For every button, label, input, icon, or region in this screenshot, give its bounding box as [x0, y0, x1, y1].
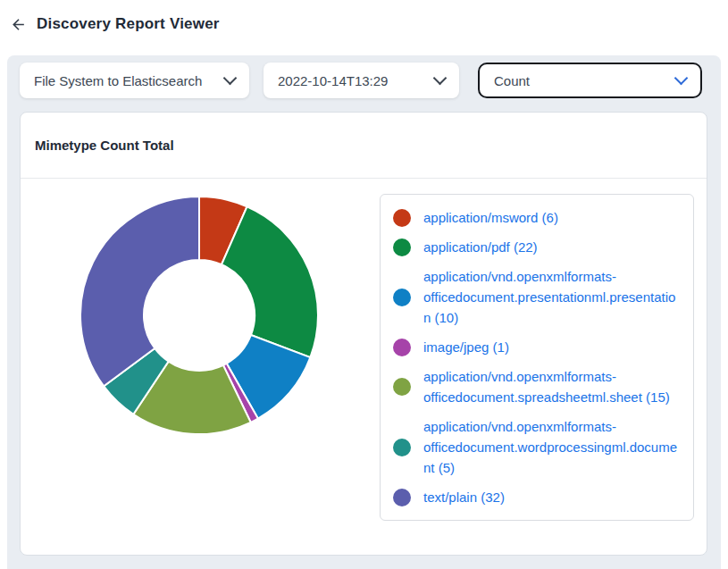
page-title: Discovery Report Viewer [37, 15, 220, 33]
legend-item[interactable]: application/pdf (22) [381, 232, 693, 262]
timestamp-select-value: 2022-10-14T13:29 [278, 73, 424, 88]
mimetype-count-card: Mimetype Count Total application/msword … [20, 112, 707, 556]
topbar: Discovery Report Viewer [0, 0, 728, 36]
filter-row: File System to Elasticsearch 2022-10-14T… [7, 55, 721, 98]
chevron-down-icon [223, 71, 238, 86]
legend-item[interactable]: application/msword (6) [381, 203, 693, 232]
discovery-report-viewer-page: Discovery Report Viewer File System to E… [0, 0, 728, 569]
legend-label: text/plain (32) [423, 487, 505, 507]
metric-select-value: Count [494, 73, 665, 88]
legend-item[interactable]: application/vnd.openxmlformats-officedoc… [381, 362, 693, 412]
legend-label: image/jpeg (1) [423, 337, 509, 357]
legend-color-dot [393, 489, 411, 506]
report-panel: File System to Elasticsearch 2022-10-14T… [7, 55, 721, 569]
donut-chart[interactable] [78, 194, 321, 437]
metric-select[interactable]: Count [478, 63, 702, 98]
chart-legend: application/msword (6)application/pdf (2… [380, 194, 694, 521]
pipeline-select[interactable]: File System to Elasticsearch [20, 63, 249, 98]
legend-color-dot [393, 209, 411, 227]
card-header: Mimetype Count Total [21, 113, 707, 179]
legend-label: application/vnd.openxmlformats-officedoc… [423, 366, 681, 407]
card-title: Mimetype Count Total [35, 138, 174, 153]
donut-slice[interactable] [80, 197, 199, 386]
legend-color-dot [393, 289, 411, 306]
pipeline-select-value: File System to Elasticsearch [34, 73, 214, 88]
back-icon[interactable] [9, 15, 27, 33]
legend-item[interactable]: text/plain (32) [381, 482, 693, 512]
legend-label: application/msword (6) [423, 207, 558, 228]
legend-label: application/vnd.openxmlformats-officedoc… [423, 266, 681, 328]
legend-item[interactable]: application/vnd.openxmlformats-officedoc… [381, 412, 693, 482]
legend-item[interactable]: image/jpeg (1) [381, 332, 693, 362]
legend-label: application/pdf (22) [423, 237, 538, 257]
legend-color-dot [393, 378, 411, 396]
chevron-down-icon [674, 71, 689, 86]
chevron-down-icon [433, 71, 448, 86]
legend-label: application/vnd.openxmlformats-officedoc… [423, 416, 681, 478]
legend-color-dot [393, 238, 411, 256]
legend-item[interactable]: application/vnd.openxmlformats-officedoc… [381, 262, 693, 332]
card-body: application/msword (6)application/pdf (2… [21, 179, 707, 555]
legend-color-dot [393, 439, 411, 456]
legend-color-dot [393, 339, 411, 356]
timestamp-select[interactable]: 2022-10-14T13:29 [264, 63, 459, 98]
